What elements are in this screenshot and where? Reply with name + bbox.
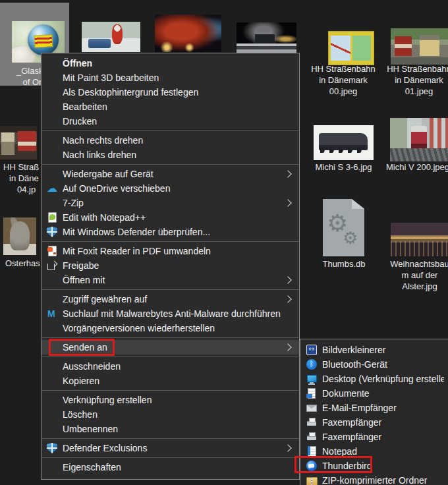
context-menu-item-vorg-ngerversionen-wiederherstellen[interactable]: Vorgängerversionen wiederherstellen (42, 321, 299, 335)
context-menu-item-label: Öffnen mit (63, 275, 280, 285)
context-menu-item-verkn-pfung-erstellen[interactable]: Verknüpfung erstellen (42, 393, 299, 407)
context-menu-separator (42, 390, 298, 391)
context-menu-item-nach-rechts-drehen[interactable]: Nach rechts drehen (42, 133, 299, 148)
context-menu: ÖffnenMit Paint 3D bearbeitenAls Desktop… (41, 53, 300, 480)
send-to-item-label: Faxempfänger (322, 432, 444, 442)
context-menu-item-label: Defender Exclusions (63, 443, 280, 453)
loco-art (255, 34, 275, 43)
defender-icon (47, 227, 57, 237)
send-to-item-faxempf-nger[interactable]: Faxempfänger (300, 415, 448, 430)
context-menu-separator (42, 289, 298, 290)
thumbnail-red-locomotive[interactable] (155, 14, 221, 52)
page-fold-art (352, 199, 364, 209)
icon-placeholder (47, 424, 57, 434)
send-to-item-label: Bluetooth-Gerät (322, 359, 444, 370)
context-menu-item-label: Wiedergabe auf Gerät (63, 169, 280, 179)
context-menu-item-auf-onedrive-verschieben[interactable]: Auf OneDrive verschieben (42, 181, 299, 196)
context-menu-item-zugriff-gew-hren-auf[interactable]: Zugriff gewähren auf (42, 292, 299, 306)
context-menu-item-label: Nach links drehen (63, 150, 293, 160)
caption-line: HH Straßenbahn (378, 63, 448, 74)
fax-icon (306, 417, 317, 428)
context-menu-separator (42, 241, 298, 242)
send-to-item-faxempf-nger[interactable]: Faxempfänger (300, 430, 448, 444)
tram-art (420, 35, 439, 56)
submenu-arrow-icon (284, 199, 291, 206)
caption-line: Osterhas (0, 258, 41, 269)
context-menu-item-freigabe[interactable]: Freigabe (42, 258, 299, 273)
thumbnail-map[interactable] (328, 31, 374, 65)
caption-line: Michi S 3-6.jpg (300, 161, 387, 173)
icon-placeholder (47, 409, 57, 420)
thumbnail-rabbit[interactable] (3, 217, 36, 255)
context-menu-item-l-schen[interactable]: Löschen (42, 407, 299, 422)
send-to-item-bildverkleinerer[interactable]: Bildverkleinerer (300, 343, 448, 357)
context-menu-item-label: Mit Paint 3D bearbeiten (63, 72, 293, 83)
building-art (430, 118, 448, 148)
context-menu-item-kopieren[interactable]: Kopieren (42, 374, 299, 388)
caption-line: Thumbs.db (316, 258, 372, 270)
context-menu-item-label: Mit Foxit Reader in PDF umwandeln (63, 246, 293, 256)
context-menu-item-defender-exclusions[interactable]: Defender Exclusions (42, 441, 299, 455)
mail-icon (306, 403, 317, 413)
thumbnail-db-file-icon[interactable]: ⚙ ⚙ (323, 199, 364, 256)
send-to-item-desktop-verkn-pfung-erstellen[interactable]: Desktop (Verknüpfung erstellen) (300, 372, 448, 386)
context-menu-item-7-zip[interactable]: 7-Zip (42, 196, 299, 210)
send-to-item-label: Faxempfänger (322, 417, 444, 428)
icon-placeholder (47, 101, 57, 112)
context-menu-item-umbenennen[interactable]: Umbenennen (42, 422, 299, 436)
context-menu-item-mit-foxit-reader-in-pdf-umwandeln[interactable]: Mit Foxit Reader in PDF umwandeln (42, 244, 299, 258)
caption-line: HH Straß (0, 161, 41, 173)
context-menu-item-drucken[interactable]: Drucken (42, 114, 299, 128)
context-menu-item-mit-paint-3d-bearbeiten[interactable]: Mit Paint 3D bearbeiten (42, 71, 299, 85)
thumbnail-tram04[interactable] (0, 126, 37, 159)
context-menu-item-suchlauf-mit-malwarebytes-anti-malware-durchf-hren[interactable]: Suchlauf mit Malwarebytes Anti-Malware d… (42, 306, 299, 321)
caption-line: Michi V 200.jpeg (381, 161, 448, 173)
santa-art (112, 24, 123, 44)
context-menu-item-mit-windows-defender-berpr-fen[interactable]: Mit Windows Defender überprüfen... (42, 225, 299, 239)
icon-placeholder (47, 58, 57, 69)
context-menu-item-eigenschaften[interactable]: Eigenschaften (42, 460, 299, 474)
onedrive-icon (47, 183, 57, 194)
context-menu-item-als-desktophintergrund-festlegen[interactable]: Als Desktophintergrund festlegen (42, 85, 299, 100)
context-menu-item-wiedergabe-auf-ger-t[interactable]: Wiedergabe auf Gerät (42, 167, 299, 181)
file-caption: Weihnachtsbau m auf der Alster.jpg (385, 258, 448, 292)
map-panel-art (352, 36, 371, 61)
send-to-item-zip-komprimierter-ordner[interactable]: ZIP-komprimierter Ordner (300, 473, 448, 485)
tram-art (18, 131, 36, 151)
resizer-icon (306, 345, 317, 355)
thumbnail-steam-model[interactable] (314, 125, 374, 160)
thumbnail-santa[interactable] (82, 22, 140, 52)
thumbnail-skyline[interactable] (391, 223, 448, 256)
context-menu-item-label: Zugriff gewähren auf (63, 294, 280, 304)
thumbnail-trams[interactable] (391, 28, 448, 65)
context-menu-item-ffnen-mit[interactable]: Öffnen mit (42, 273, 299, 287)
icon-placeholder (47, 72, 57, 83)
send-to-item-label: Bildverkleinerer (322, 345, 444, 355)
context-menu-item-edit-with-notepad[interactable]: Edit with Notepad++ (42, 210, 299, 225)
icon-placeholder (47, 169, 57, 179)
context-menu-item-nach-links-drehen[interactable]: Nach links drehen (42, 148, 299, 162)
thumbnail-night-steam[interactable] (237, 22, 296, 53)
send-to-item-e-mail-empf-nger[interactable]: E-Mail-Empfänger (300, 401, 448, 415)
icon-placeholder (47, 361, 57, 372)
water-reflection-art (391, 241, 448, 256)
context-menu-item-ffnen[interactable]: Öffnen (42, 56, 299, 71)
explorer-window: _Glaskug of Ord HH Straßenbahn in Dänema… (0, 0, 448, 485)
track-art (390, 148, 448, 161)
file-caption: Thumbs.db (316, 258, 372, 270)
thumbnail-red-train[interactable] (390, 118, 448, 161)
malwarebytes-icon (47, 308, 57, 319)
context-menu-separator (42, 438, 298, 439)
context-menu-item-bearbeiten[interactable]: Bearbeiten (42, 100, 299, 114)
icon-placeholder (47, 294, 57, 304)
send-to-item-bluetooth-ger-t[interactable]: Bluetooth-Gerät (300, 357, 448, 372)
caption-line: Weihnachtsbau (385, 258, 448, 270)
send-to-item-dokumente[interactable]: Dokumente (300, 386, 448, 401)
context-menu-separator (42, 457, 298, 458)
context-menu-item-label: Bearbeiten (63, 101, 293, 112)
defender-icon (47, 443, 57, 453)
file-caption: HH Straßenbahn in Dänemark 00.jpeg (302, 63, 385, 97)
context-menu-item-ausschneiden[interactable]: Ausschneiden (42, 359, 299, 374)
icon-placeholder (47, 116, 57, 127)
file-caption: Michi S 3-6.jpg (300, 161, 387, 173)
